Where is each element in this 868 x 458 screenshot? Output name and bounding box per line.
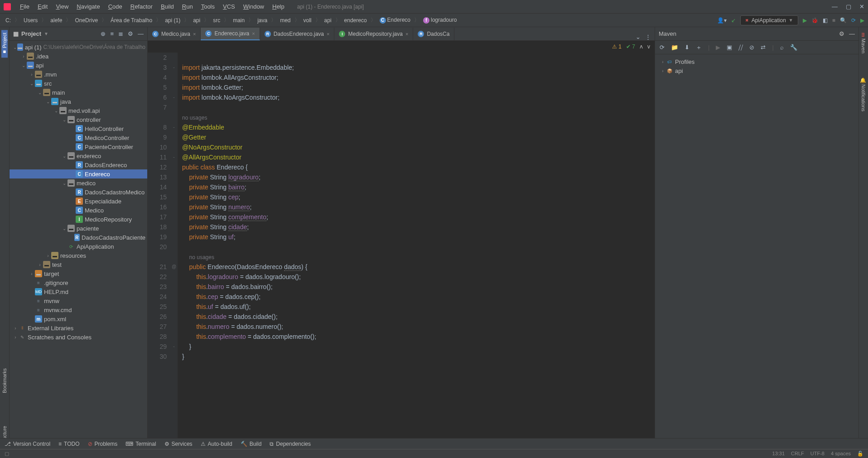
chevron-down-icon[interactable]: v	[647, 43, 650, 50]
tree-row[interactable]: ⌄▬api (1)C:\Users\alefe\OneDrive\Área de…	[10, 43, 147, 52]
settings-icon[interactable]: ⚙	[839, 30, 844, 37]
breadcrumb[interactable]: C:〉Users〉alefe〉OneDrive〉Área de Trabalho…	[4, 16, 458, 24]
tree-row[interactable]: ⌄▬src	[10, 79, 147, 88]
toggle-offline-icon[interactable]: ⧸⧸	[738, 44, 743, 51]
menu-refactor[interactable]: Refactor	[127, 1, 156, 12]
project-tree[interactable]: ⌄▬api (1)C:\Users\alefe\OneDrive\Área de…	[10, 41, 147, 449]
editor-tab[interactable]: CEndereco.java×	[201, 28, 260, 40]
stop-icon[interactable]: ■	[832, 17, 835, 24]
bookmarks-tool-tab[interactable]: Bookmarks	[1, 366, 8, 396]
menu-edit[interactable]: Edit	[34, 1, 51, 12]
tree-row[interactable]: ›▬target	[10, 269, 147, 278]
status-services[interactable]: ⚙Services	[164, 441, 193, 447]
tree-row[interactable]: ›✎Scratches and Consoles	[10, 333, 147, 342]
tree-row[interactable]: ›▬resources	[10, 251, 147, 260]
tabs-more-icon[interactable]: ⋮	[645, 34, 651, 40]
breadcrumb-item[interactable]: Área de Trabalho	[109, 16, 154, 24]
maven-tool-tab[interactable]: m Maven	[860, 30, 867, 56]
minimize-icon[interactable]: —	[832, 3, 838, 10]
status-terminal[interactable]: ⌨Terminal	[125, 441, 156, 447]
breadcrumb-item[interactable]: api	[191, 16, 202, 24]
ide-scripting-icon[interactable]: ▶	[860, 17, 864, 24]
project-tool-tab[interactable]: ■ Project	[1, 30, 8, 58]
menu-build[interactable]: Build	[157, 1, 178, 12]
tree-row[interactable]: CHelloController	[10, 124, 147, 133]
close-tab-icon[interactable]: ×	[405, 31, 408, 37]
tree-row[interactable]: ⌄▬main	[10, 88, 147, 97]
expand-all-icon[interactable]: ≡	[110, 30, 114, 37]
menu-tools[interactable]: Tools	[198, 1, 218, 12]
status-action-icon[interactable]: ▢	[5, 451, 9, 457]
add-icon[interactable]: ＋	[696, 43, 702, 52]
tree-row[interactable]: mpom.xml	[10, 314, 147, 323]
editor-tab[interactable]: CMedico.java×	[148, 28, 201, 40]
code-area[interactable]: 2345678910111213141516171819202122232425…	[148, 53, 655, 449]
maven-profiles[interactable]: ›🏷 Profiles	[658, 57, 856, 66]
generate-sources-icon[interactable]: 📁	[671, 44, 678, 51]
reload-icon[interactable]: ⟳	[660, 44, 665, 51]
breadcrumb-item[interactable]: OneDrive	[73, 16, 100, 24]
skip-tests-icon[interactable]: ⊘	[749, 44, 754, 51]
status-lineend[interactable]: CRLF	[791, 451, 804, 457]
tree-row[interactable]: ›▬.idea	[10, 52, 147, 61]
tree-row[interactable]: RDadosCadastroMedico	[10, 188, 147, 197]
breadcrumb-item[interactable]: alefe	[48, 16, 64, 24]
menu-run[interactable]: Run	[178, 1, 197, 12]
breadcrumb-item[interactable]: src	[211, 16, 222, 24]
tree-row[interactable]: ⌄▬med.voll.api	[10, 106, 147, 115]
coverage-icon[interactable]: ◧	[823, 17, 828, 24]
run-icon[interactable]: ▶	[716, 44, 720, 51]
tree-row[interactable]: ≡.gitignore	[10, 278, 147, 287]
warning-badge[interactable]: ⚠ 1	[612, 43, 622, 50]
hide-panel-icon[interactable]: —	[849, 30, 855, 37]
breadcrumb-item[interactable]: main	[231, 16, 246, 24]
ok-badge[interactable]: ✔ 7	[626, 43, 635, 50]
status-dependencies[interactable]: ⧉Dependencies	[270, 441, 311, 447]
close-icon[interactable]: ✕	[859, 3, 864, 10]
editor-tab[interactable]: RDadosCa	[413, 28, 454, 40]
maximize-icon[interactable]: ▢	[846, 3, 851, 10]
search-icon[interactable]: 🔍	[840, 17, 847, 24]
breadcrumb-item[interactable]: endereco	[342, 16, 369, 24]
breadcrumb-item[interactable]: C:	[4, 16, 13, 24]
maven-settings-icon[interactable]: 🔧	[790, 44, 797, 51]
tree-row[interactable]: ›⫴External Libraries	[10, 323, 147, 333]
tree-row[interactable]: ⌄▬endereco	[10, 151, 147, 160]
collapse-icon[interactable]: ⌕	[780, 44, 784, 51]
breadcrumb-item[interactable]: CEndereco	[378, 16, 412, 24]
tree-row[interactable]: MDHELP.md	[10, 287, 147, 296]
breadcrumb-item[interactable]: med	[278, 16, 292, 24]
tree-row[interactable]: CEndereco	[10, 169, 147, 178]
tree-row[interactable]: ⌄▬controller	[10, 115, 147, 124]
tree-row[interactable]: ⌄▬medico	[10, 178, 147, 188]
collapse-all-icon[interactable]: ≣	[118, 30, 123, 37]
tree-row[interactable]: ⌄▬paciente	[10, 224, 147, 233]
tree-row[interactable]: ≡mvnw.cmd	[10, 305, 147, 314]
breadcrumb-item[interactable]: flogradouro	[421, 16, 458, 24]
tree-row[interactable]: CMedicoController	[10, 133, 147, 142]
line-gutter[interactable]: 2345678910111213141516171819202122232425…	[148, 53, 170, 449]
settings-icon[interactable]: ⚙	[128, 30, 133, 37]
close-tab-icon[interactable]: ×	[327, 31, 329, 37]
editor-tab[interactable]: RDadosEndereco.java×	[260, 28, 335, 40]
sync-icon[interactable]: ⟳	[851, 17, 856, 24]
tree-row[interactable]: ≡mvnw	[10, 296, 147, 305]
code-text[interactable]: import jakarta.persistence.Embeddable;im…	[178, 53, 655, 449]
tree-row[interactable]: ›▬test	[10, 260, 147, 269]
breadcrumb-item[interactable]: java	[256, 16, 269, 24]
tree-row[interactable]: EEspecialidade	[10, 197, 147, 206]
menu-navigate[interactable]: Navigate	[73, 1, 103, 12]
status-problems[interactable]: ⊘Problems	[88, 441, 118, 447]
add-user-icon[interactable]: 👤▾	[717, 17, 727, 24]
tree-row[interactable]: ⌄▬java	[10, 97, 147, 106]
breadcrumb-item[interactable]: voll	[302, 16, 313, 24]
menu-file[interactable]: File	[16, 1, 33, 12]
status-indent[interactable]: 4 spaces	[831, 451, 851, 457]
hide-panel-icon[interactable]: —	[138, 30, 144, 37]
readonly-lock-icon[interactable]: 🔓	[857, 451, 863, 457]
show-deps-icon[interactable]: ⇄	[761, 44, 766, 51]
run-icon[interactable]: ▶	[803, 17, 807, 24]
tree-row[interactable]: ⟳ApiApplication	[10, 242, 147, 251]
menu-view[interactable]: View	[52, 1, 72, 12]
chevron-up-icon[interactable]: ʌ	[640, 43, 643, 50]
